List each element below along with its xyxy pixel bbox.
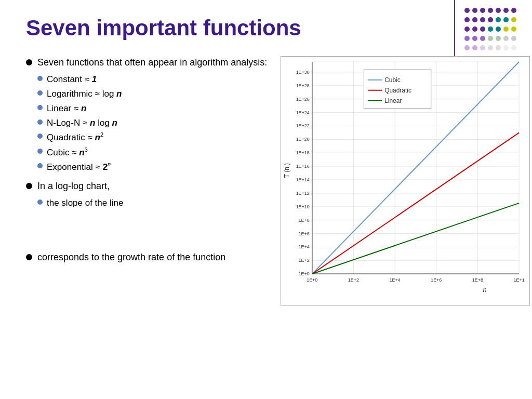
svg-point-22	[472, 36, 477, 41]
log-log-bullet-text: In a log-log chart,	[37, 180, 110, 193]
svg-line-85	[312, 132, 519, 274]
chart-area: 1E+0 1E+2 1E+4 1E+6 1E+8 1E+10 1E+12 1E+…	[281, 56, 530, 305]
function-exponential-text: Exponential ≈ 2n	[47, 161, 111, 173]
svg-point-32	[496, 45, 501, 50]
function-cubic: Cubic ≈ n3	[37, 146, 275, 158]
sub-bullet-dot	[37, 105, 43, 110]
function-quadratic: Quadratic ≈ n2	[37, 131, 275, 143]
svg-point-20	[511, 26, 516, 32]
slope-bullet: the slope of the line	[37, 197, 275, 209]
svg-point-21	[464, 36, 470, 41]
svg-point-11	[496, 17, 501, 22]
function-linear-text: Linear ≈ n	[47, 102, 86, 115]
svg-text:1E+24: 1E+24	[296, 110, 310, 115]
svg-text:T (n ): T (n )	[283, 163, 290, 178]
svg-text:1E+4: 1E+4	[389, 277, 400, 283]
svg-point-1	[472, 8, 477, 13]
svg-point-25	[496, 36, 501, 41]
function-constant-text: Constant ≈ 1	[47, 73, 97, 86]
svg-text:1E+30: 1E+30	[296, 70, 310, 75]
corresponds-bullet-text: corresponds to the growth rate of the fu…	[37, 251, 225, 264]
svg-text:Cubic: Cubic	[384, 76, 401, 84]
svg-point-33	[503, 45, 509, 50]
corresponds-bullet: corresponds to the growth rate of the fu…	[26, 251, 275, 264]
svg-point-23	[480, 36, 485, 41]
svg-point-28	[464, 45, 470, 50]
svg-text:1E+20: 1E+20	[296, 137, 310, 142]
left-column: Seven functions that often appear in alg…	[26, 56, 275, 305]
svg-point-2	[480, 8, 485, 13]
svg-point-0	[464, 8, 470, 13]
function-logarithmic-text: Logarithmic ≈ log n	[47, 88, 122, 100]
sub-bullet-dot	[37, 163, 43, 168]
svg-text:1E+16: 1E+16	[296, 164, 310, 169]
svg-point-6	[511, 8, 516, 13]
function-logarithmic: Logarithmic ≈ log n	[37, 88, 275, 100]
svg-point-8	[472, 17, 477, 22]
svg-point-24	[488, 36, 493, 41]
svg-text:1E+8: 1E+8	[299, 218, 310, 223]
svg-text:1E+26: 1E+26	[296, 97, 310, 102]
svg-point-4	[496, 8, 501, 13]
svg-text:1E+4: 1E+4	[299, 244, 310, 249]
svg-text:1E+10: 1E+10	[296, 204, 310, 209]
svg-point-19	[503, 26, 509, 32]
function-exponential: Exponential ≈ 2n	[37, 161, 275, 173]
bullet-dot	[26, 254, 32, 260]
function-quadratic-text: Quadratic ≈ n2	[47, 131, 103, 143]
sub-bullet-dot	[37, 134, 43, 139]
svg-point-30	[480, 45, 485, 50]
svg-text:1E+18: 1E+18	[296, 150, 310, 155]
sub-bullet-dot	[37, 149, 43, 154]
svg-text:1E+2: 1E+2	[299, 258, 310, 263]
svg-text:1E+8: 1E+8	[472, 277, 483, 283]
sub-bullet-dot	[37, 76, 43, 81]
sub-bullet-dot	[37, 119, 43, 125]
svg-line-86	[312, 203, 519, 274]
svg-text:1E+0: 1E+0	[307, 277, 317, 283]
functions-list: Constant ≈ 1 Logarithmic ≈ log n Linear …	[37, 73, 275, 174]
svg-text:1E+12: 1E+12	[296, 191, 310, 196]
intro-bullet-text: Seven functions that often appear in alg…	[37, 56, 267, 69]
svg-point-17	[488, 26, 493, 32]
svg-text:Quadratic: Quadratic	[384, 87, 411, 94]
svg-text:1E+0: 1E+0	[299, 271, 310, 276]
function-nlogn-text: N-Log-N ≈ n log n	[47, 117, 117, 129]
bullet-dot	[26, 59, 32, 65]
svg-point-34	[511, 45, 516, 50]
svg-point-5	[503, 8, 509, 13]
slide-title: Seven important functions	[26, 16, 511, 46]
function-nlogn: N-Log-N ≈ n log n	[37, 117, 275, 129]
svg-text:1E+2: 1E+2	[348, 277, 359, 283]
sub-bullet-dot	[37, 90, 43, 96]
svg-text:1E+6: 1E+6	[431, 277, 442, 283]
slide: Seven important functions Seven function…	[0, 0, 532, 399]
intro-bullet: Seven functions that often appear in alg…	[26, 56, 275, 69]
svg-point-7	[464, 17, 470, 22]
svg-text:1E+1: 1E+1	[513, 277, 524, 283]
bullet-dot	[26, 183, 32, 189]
svg-point-13	[511, 17, 516, 22]
log-log-bullet: In a log-log chart,	[26, 180, 275, 193]
svg-text:n: n	[483, 286, 486, 294]
log-log-chart: 1E+0 1E+2 1E+4 1E+6 1E+8 1E+10 1E+12 1E+…	[281, 56, 530, 305]
svg-text:Linear: Linear	[384, 97, 402, 104]
function-cubic-text: Cubic ≈ n3	[47, 146, 88, 158]
sub-bullet-dot	[37, 200, 43, 205]
svg-point-15	[472, 26, 477, 32]
svg-point-14	[464, 26, 470, 32]
svg-text:1E+6: 1E+6	[299, 231, 310, 236]
svg-point-29	[472, 45, 477, 50]
svg-point-12	[503, 17, 509, 22]
svg-point-27	[511, 36, 516, 41]
svg-point-16	[480, 26, 485, 32]
function-linear: Linear ≈ n	[37, 102, 275, 115]
svg-point-18	[496, 26, 501, 32]
svg-text:1E+28: 1E+28	[296, 83, 310, 88]
svg-point-9	[480, 17, 485, 22]
svg-text:1E+22: 1E+22	[296, 123, 310, 128]
svg-text:1E+14: 1E+14	[296, 177, 310, 182]
content-area: Seven functions that often appear in alg…	[26, 56, 511, 305]
slope-bullet-text: the slope of the line	[47, 197, 123, 209]
function-constant: Constant ≈ 1	[37, 73, 275, 86]
